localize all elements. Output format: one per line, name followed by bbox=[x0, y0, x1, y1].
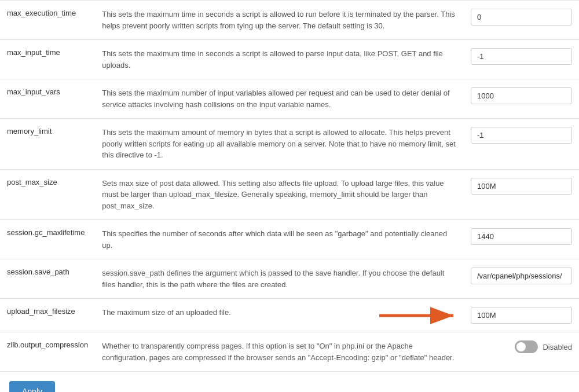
setting-input[interactable] bbox=[471, 48, 572, 65]
table-row: max_input_timeThis sets the maximum time… bbox=[0, 40, 579, 79]
arrow-annotation bbox=[379, 304, 460, 327]
setting-description: Whether to transparently compress pages.… bbox=[95, 332, 463, 372]
setting-description: Sets max size of post data allowed. This… bbox=[95, 169, 463, 220]
setting-input[interactable] bbox=[471, 87, 572, 104]
setting-name: max_input_vars bbox=[0, 79, 95, 119]
setting-name: memory_limit bbox=[0, 119, 95, 170]
setting-description: This specifies the number of seconds aft… bbox=[95, 220, 463, 259]
setting-input[interactable] bbox=[471, 228, 572, 245]
setting-description: session.save_path defines the argument w… bbox=[95, 259, 463, 299]
setting-input[interactable] bbox=[471, 268, 572, 284]
toggle-label: Disabled bbox=[543, 343, 572, 351]
setting-input[interactable] bbox=[471, 178, 572, 195]
setting-description: This sets the maximum time in seconds a … bbox=[95, 40, 463, 79]
toggle-container: Disabled bbox=[470, 340, 572, 353]
table-row: memory_limitThis sets the maximum amount… bbox=[0, 119, 579, 170]
setting-input[interactable] bbox=[471, 9, 572, 25]
setting-name: max_input_time bbox=[0, 40, 95, 79]
setting-name: upload_max_filesize bbox=[0, 299, 95, 332]
table-row: zlib.output_compressionWhether to transp… bbox=[0, 332, 579, 372]
apply-button[interactable]: Apply bbox=[9, 381, 55, 392]
setting-name: post_max_size bbox=[0, 169, 95, 220]
table-row: session.gc_maxlifetimeThis specifies the… bbox=[0, 220, 579, 259]
table-row: post_max_sizeSets max size of post data … bbox=[0, 169, 579, 220]
table-row: max_input_varsThis sets the maximum numb… bbox=[0, 79, 579, 119]
table-row: upload_max_filesizeThe maximum size of a… bbox=[0, 299, 579, 332]
toggle-switch[interactable] bbox=[515, 340, 538, 353]
table-row: max_execution_timeThis sets the maximum … bbox=[0, 1, 579, 40]
setting-name: session.save_path bbox=[0, 259, 95, 299]
table-row: session.save_pathsession.save_path defin… bbox=[0, 259, 579, 299]
toggle-slider bbox=[515, 340, 538, 353]
setting-name: max_execution_time bbox=[0, 1, 95, 40]
setting-description: This sets the maximum number of input va… bbox=[95, 79, 463, 119]
setting-input[interactable] bbox=[471, 127, 572, 144]
setting-name: session.gc_maxlifetime bbox=[0, 220, 95, 259]
setting-description: This sets the maximum time in seconds a … bbox=[95, 1, 463, 40]
settings-table: max_execution_timeThis sets the maximum … bbox=[0, 0, 579, 372]
setting-description: This sets the maximum amount of memory i… bbox=[95, 119, 463, 170]
setting-name: zlib.output_compression bbox=[0, 332, 95, 372]
settings-container: max_execution_timeThis sets the maximum … bbox=[0, 0, 579, 392]
setting-input[interactable] bbox=[471, 307, 572, 324]
apply-row: Apply bbox=[0, 372, 579, 392]
